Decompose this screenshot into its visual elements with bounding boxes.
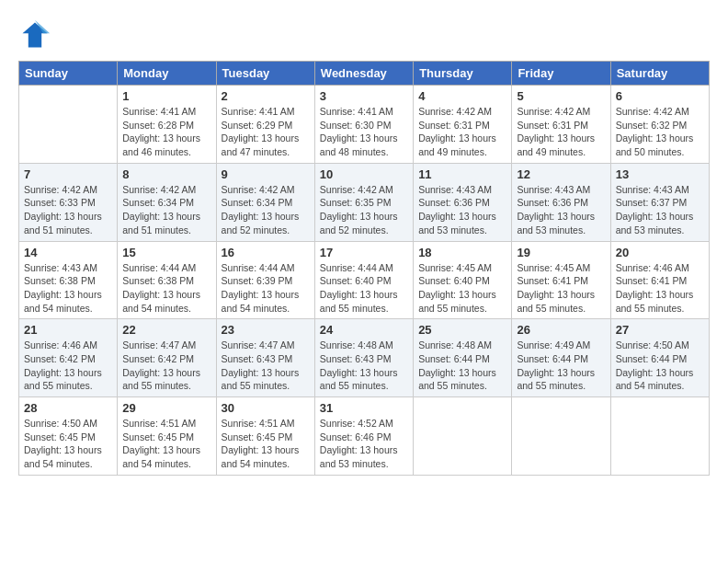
day-number: 3: [320, 89, 408, 103]
day-number: 9: [222, 167, 310, 181]
day-number: 14: [24, 246, 112, 259]
logo-icon: [18, 18, 51, 52]
day-info: Sunrise: 4:45 AM Sunset: 6:41 PM Dayligh…: [517, 261, 605, 316]
calendar-cell: 18Sunrise: 4:45 AM Sunset: 6:40 PM Dayli…: [414, 241, 512, 319]
day-info: Sunrise: 4:48 AM Sunset: 6:44 PM Dayligh…: [418, 339, 506, 393]
day-number: 28: [24, 401, 112, 415]
day-info: Sunrise: 4:44 AM Sunset: 6:40 PM Dayligh…: [320, 261, 408, 316]
calendar-cell: 14Sunrise: 4:43 AM Sunset: 6:38 PM Dayli…: [19, 241, 118, 319]
calendar-cell: 23Sunrise: 4:47 AM Sunset: 6:43 PM Dayli…: [216, 319, 314, 397]
calendar-cell: 30Sunrise: 4:51 AM Sunset: 6:45 PM Dayli…: [216, 397, 314, 476]
day-number: 5: [517, 89, 605, 103]
day-number: 29: [122, 401, 210, 415]
calendar-week-row: 21Sunrise: 4:46 AM Sunset: 6:42 PM Dayli…: [19, 319, 710, 397]
day-number: 22: [122, 323, 210, 337]
day-info: Sunrise: 4:50 AM Sunset: 6:45 PM Dayligh…: [24, 417, 112, 471]
day-info: Sunrise: 4:44 AM Sunset: 6:38 PM Dayligh…: [122, 261, 210, 316]
day-number: 6: [616, 89, 704, 103]
calendar-week-row: 14Sunrise: 4:43 AM Sunset: 6:38 PM Dayli…: [19, 241, 710, 319]
weekday-header-friday: Friday: [512, 62, 610, 86]
day-info: Sunrise: 4:41 AM Sunset: 6:28 PM Dayligh…: [122, 105, 210, 159]
calendar-cell: 25Sunrise: 4:48 AM Sunset: 6:44 PM Dayli…: [414, 319, 512, 397]
calendar-cell: 1Sunrise: 4:41 AM Sunset: 6:28 PM Daylig…: [118, 86, 216, 164]
calendar-cell: 20Sunrise: 4:46 AM Sunset: 6:41 PM Dayli…: [610, 241, 709, 319]
day-info: Sunrise: 4:49 AM Sunset: 6:44 PM Dayligh…: [517, 339, 605, 393]
calendar-week-row: 1Sunrise: 4:41 AM Sunset: 6:28 PM Daylig…: [19, 86, 710, 164]
day-info: Sunrise: 4:47 AM Sunset: 6:43 PM Dayligh…: [222, 339, 310, 393]
calendar-cell: 4Sunrise: 4:42 AM Sunset: 6:31 PM Daylig…: [414, 86, 512, 164]
day-number: 15: [122, 246, 210, 259]
calendar-cell: 6Sunrise: 4:42 AM Sunset: 6:32 PM Daylig…: [610, 86, 709, 164]
day-number: 27: [616, 323, 704, 337]
day-number: 19: [517, 246, 605, 259]
weekday-header-sunday: Sunday: [19, 62, 118, 86]
calendar-cell: [512, 397, 610, 476]
day-number: 11: [418, 167, 506, 181]
day-number: 18: [418, 246, 506, 259]
day-number: 8: [122, 167, 210, 181]
day-info: Sunrise: 4:43 AM Sunset: 6:37 PM Dayligh…: [616, 183, 704, 237]
day-info: Sunrise: 4:41 AM Sunset: 6:30 PM Dayligh…: [320, 105, 408, 159]
calendar-cell: 29Sunrise: 4:51 AM Sunset: 6:45 PM Dayli…: [118, 397, 216, 476]
day-number: 23: [222, 323, 310, 337]
day-info: Sunrise: 4:44 AM Sunset: 6:39 PM Dayligh…: [222, 261, 310, 316]
day-info: Sunrise: 4:51 AM Sunset: 6:45 PM Dayligh…: [222, 417, 310, 471]
day-number: 16: [222, 246, 310, 259]
calendar-table: SundayMondayTuesdayWednesdayThursdayFrid…: [18, 61, 710, 476]
calendar-cell: 12Sunrise: 4:43 AM Sunset: 6:36 PM Dayli…: [512, 163, 610, 241]
day-info: Sunrise: 4:42 AM Sunset: 6:31 PM Dayligh…: [517, 105, 605, 159]
weekday-header-thursday: Thursday: [414, 62, 512, 86]
day-info: Sunrise: 4:42 AM Sunset: 6:35 PM Dayligh…: [320, 183, 408, 237]
day-number: 24: [320, 323, 408, 337]
day-info: Sunrise: 4:43 AM Sunset: 6:36 PM Dayligh…: [418, 183, 506, 237]
calendar-cell: 27Sunrise: 4:50 AM Sunset: 6:44 PM Dayli…: [610, 319, 709, 397]
weekday-header-row: SundayMondayTuesdayWednesdayThursdayFrid…: [19, 62, 710, 86]
calendar-cell: 7Sunrise: 4:42 AM Sunset: 6:33 PM Daylig…: [19, 163, 118, 241]
calendar-cell: 15Sunrise: 4:44 AM Sunset: 6:38 PM Dayli…: [118, 241, 216, 319]
calendar-cell: 19Sunrise: 4:45 AM Sunset: 6:41 PM Dayli…: [512, 241, 610, 319]
calendar-week-row: 7Sunrise: 4:42 AM Sunset: 6:33 PM Daylig…: [19, 163, 710, 241]
calendar-cell: 5Sunrise: 4:42 AM Sunset: 6:31 PM Daylig…: [512, 86, 610, 164]
svg-marker-0: [23, 23, 48, 48]
day-number: 30: [222, 401, 310, 415]
calendar-cell: 10Sunrise: 4:42 AM Sunset: 6:35 PM Dayli…: [314, 163, 413, 241]
day-number: 4: [418, 89, 506, 103]
page-header: [18, 18, 710, 52]
calendar-cell: 17Sunrise: 4:44 AM Sunset: 6:40 PM Dayli…: [314, 241, 413, 319]
logo: [18, 18, 55, 52]
day-number: 31: [320, 401, 408, 415]
day-number: 2: [222, 89, 310, 103]
weekday-header-saturday: Saturday: [610, 62, 709, 86]
day-number: 25: [418, 323, 506, 337]
day-number: 17: [320, 246, 408, 259]
day-number: 13: [616, 167, 704, 181]
calendar-cell: [610, 397, 709, 476]
weekday-header-tuesday: Tuesday: [216, 62, 314, 86]
day-number: 20: [616, 246, 704, 259]
day-info: Sunrise: 4:42 AM Sunset: 6:33 PM Dayligh…: [24, 183, 112, 237]
day-info: Sunrise: 4:43 AM Sunset: 6:38 PM Dayligh…: [24, 261, 112, 316]
calendar-cell: 26Sunrise: 4:49 AM Sunset: 6:44 PM Dayli…: [512, 319, 610, 397]
day-number: 26: [517, 323, 605, 337]
calendar-cell: [19, 86, 118, 164]
day-info: Sunrise: 4:43 AM Sunset: 6:36 PM Dayligh…: [517, 183, 605, 237]
day-number: 1: [122, 89, 210, 103]
weekday-header-monday: Monday: [118, 62, 216, 86]
day-info: Sunrise: 4:51 AM Sunset: 6:45 PM Dayligh…: [122, 417, 210, 471]
calendar-cell: 22Sunrise: 4:47 AM Sunset: 6:42 PM Dayli…: [118, 319, 216, 397]
calendar-cell: 3Sunrise: 4:41 AM Sunset: 6:30 PM Daylig…: [314, 86, 413, 164]
day-info: Sunrise: 4:52 AM Sunset: 6:46 PM Dayligh…: [320, 417, 408, 471]
day-info: Sunrise: 4:48 AM Sunset: 6:43 PM Dayligh…: [320, 339, 408, 393]
calendar-week-row: 28Sunrise: 4:50 AM Sunset: 6:45 PM Dayli…: [19, 397, 710, 476]
calendar-cell: 13Sunrise: 4:43 AM Sunset: 6:37 PM Dayli…: [610, 163, 709, 241]
day-number: 12: [517, 167, 605, 181]
day-info: Sunrise: 4:42 AM Sunset: 6:34 PM Dayligh…: [222, 183, 310, 237]
calendar-cell: 31Sunrise: 4:52 AM Sunset: 6:46 PM Dayli…: [314, 397, 413, 476]
calendar-cell: 21Sunrise: 4:46 AM Sunset: 6:42 PM Dayli…: [19, 319, 118, 397]
day-info: Sunrise: 4:42 AM Sunset: 6:32 PM Dayligh…: [616, 105, 704, 159]
calendar-cell: 28Sunrise: 4:50 AM Sunset: 6:45 PM Dayli…: [19, 397, 118, 476]
day-info: Sunrise: 4:47 AM Sunset: 6:42 PM Dayligh…: [122, 339, 210, 393]
day-info: Sunrise: 4:42 AM Sunset: 6:31 PM Dayligh…: [418, 105, 506, 159]
calendar-cell: 2Sunrise: 4:41 AM Sunset: 6:29 PM Daylig…: [216, 86, 314, 164]
calendar-cell: 9Sunrise: 4:42 AM Sunset: 6:34 PM Daylig…: [216, 163, 314, 241]
